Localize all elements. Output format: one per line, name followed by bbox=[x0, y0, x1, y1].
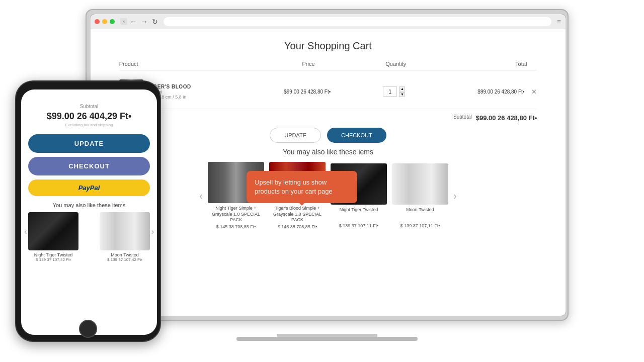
phone-product-img-2 bbox=[100, 212, 150, 250]
dot-yellow[interactable] bbox=[102, 19, 107, 24]
remove-item-button[interactable]: ✕ bbox=[531, 88, 537, 96]
total-cell: $99.00 26 428,80 Ft• bbox=[438, 89, 529, 95]
upsell-name-2: Tiger's Blood Simple + Grayscale 1.0 SPE… bbox=[269, 206, 326, 223]
address-bar[interactable] bbox=[164, 17, 551, 26]
phone-product-price-1: $ 139 37 107,42 Ft• bbox=[28, 257, 78, 262]
upsell-price-3: $ 139 37 107,11 Ft• bbox=[331, 223, 387, 228]
browser-chrome: × ← → ↻ ≡ bbox=[91, 14, 566, 29]
subtotal-value: $99.00 26 428,80 Ft• bbox=[476, 114, 537, 122]
upsell-img-4 bbox=[392, 163, 448, 205]
phone-excl-text: Excluding tax and shipping bbox=[28, 123, 150, 127]
qty-increase[interactable]: ▲ bbox=[399, 86, 405, 92]
phone-subtotal-label: Subtotal bbox=[28, 104, 150, 109]
phone-checkout-button[interactable]: CHECKOUT bbox=[28, 157, 150, 175]
phone-screen: Subtotal $99.00 26 404,29 Ft• Excluding … bbox=[21, 89, 157, 335]
qty-controls: ▲ ▼ bbox=[399, 86, 405, 97]
upsell-name-1: Night Tiger Simple + Grayscale 1.0 SPECI… bbox=[208, 206, 264, 223]
laptop-foot bbox=[236, 337, 418, 341]
tab-close[interactable]: × bbox=[120, 18, 127, 25]
dot-green[interactable] bbox=[110, 19, 115, 24]
upsell-price-4: $ 139 37 107,11 Ft• bbox=[392, 223, 448, 228]
header-qty: Quantity bbox=[352, 61, 440, 67]
checkout-button[interactable]: CHECKOUT bbox=[327, 128, 386, 143]
phone-subtotal-value: $99.00 26 404,29 Ft• bbox=[28, 111, 150, 122]
phone-prev-arrow[interactable]: ‹ bbox=[24, 227, 27, 236]
paypal-logo: PayPal bbox=[78, 184, 100, 192]
cart-table: Product Price Quantity Total TIGER'S BL bbox=[119, 61, 537, 109]
header-product: Product bbox=[119, 61, 265, 67]
upsell-tooltip: Upsell by letting us show products on yo… bbox=[247, 171, 357, 203]
price-cell: $99.00 26 428,80 Ft• bbox=[264, 89, 351, 95]
upsell-img-inner-4 bbox=[392, 163, 448, 205]
qty-cell: ▲ ▼ bbox=[351, 86, 438, 97]
upsell-name-3: Night Tiger Twisted bbox=[331, 207, 387, 222]
upsell-item-4[interactable]: Moon Twisted $ 139 37 107,11 Ft• bbox=[392, 163, 448, 228]
laptop-bezel: × ← → ↻ ≡ Your Shopping Cart Product Pri… bbox=[91, 14, 566, 316]
upsell-next-arrow[interactable]: › bbox=[453, 190, 457, 202]
upsell-prev-arrow[interactable]: ‹ bbox=[199, 190, 203, 202]
upsell-price-1: $ 145 38 708,85 Ft• bbox=[208, 224, 264, 229]
nav-refresh[interactable]: ↻ bbox=[152, 18, 158, 26]
table-header: Product Price Quantity Total bbox=[119, 61, 537, 70]
page-title: Your Shopping Cart bbox=[91, 29, 566, 61]
phone-upsell-title: You may also like these items bbox=[28, 202, 150, 208]
update-cart-button[interactable]: UPDATE bbox=[270, 128, 321, 143]
phone-update-button[interactable]: UPDATE bbox=[28, 134, 150, 153]
upsell-price-2: $ 145 38 708,85 Ft• bbox=[269, 224, 326, 229]
subtotal-row: Subtotal $99.00 26 428,80 Ft• bbox=[119, 109, 537, 124]
phone-product-img-1 bbox=[28, 212, 78, 250]
phone-products-row: ‹ Night Tiger Twisted $ 139 37 107,42 Ft… bbox=[28, 212, 150, 262]
nav-back[interactable]: ← bbox=[130, 18, 137, 26]
phone-product-name-1: Night Tiger Twisted bbox=[28, 252, 78, 257]
qty-decrease[interactable]: ▼ bbox=[399, 92, 405, 97]
tooltip-text: Upsell by letting us show products on yo… bbox=[255, 178, 333, 195]
phone-notch bbox=[70, 85, 106, 88]
phone-product-price-2: $ 139 37 107,42 Ft• bbox=[100, 257, 150, 262]
nav-forward[interactable]: → bbox=[141, 18, 148, 26]
upsell-title: You may also like these iems bbox=[91, 148, 566, 156]
phone-paypal-button[interactable]: PayPal bbox=[28, 179, 150, 196]
phone-home-button[interactable] bbox=[79, 320, 97, 338]
browser-nav: ← → ↻ bbox=[130, 18, 158, 26]
subtotal-label: Subtotal bbox=[453, 114, 472, 122]
upsell-name-4: Moon Twisted bbox=[392, 207, 448, 222]
header-price: Price bbox=[265, 61, 352, 67]
phone-body: Subtotal $99.00 26 404,29 Ft• Excluding … bbox=[15, 80, 161, 342]
table-row: TIGER'S BLOOD verroni S - 14.8 cm / 5.8 … bbox=[119, 74, 537, 109]
cart-actions: UPDATE CHECKOUT bbox=[91, 128, 566, 143]
phone-next-arrow[interactable]: › bbox=[151, 227, 154, 236]
phone-product-2[interactable]: Moon Twisted $ 139 37 107,42 Ft• bbox=[100, 212, 150, 262]
dot-red[interactable] bbox=[95, 19, 100, 24]
phone-content: Subtotal $99.00 26 404,29 Ft• Excluding … bbox=[21, 89, 157, 335]
browser-menu[interactable]: ≡ bbox=[557, 18, 561, 26]
qty-input[interactable] bbox=[383, 86, 397, 97]
phone: Subtotal $99.00 26 404,29 Ft• Excluding … bbox=[15, 80, 161, 342]
phone-product-1[interactable]: Night Tiger Twisted $ 139 37 107,42 Ft• bbox=[28, 212, 78, 262]
header-total: Total bbox=[440, 61, 537, 67]
phone-product-name-2: Moon Twisted bbox=[100, 252, 150, 257]
